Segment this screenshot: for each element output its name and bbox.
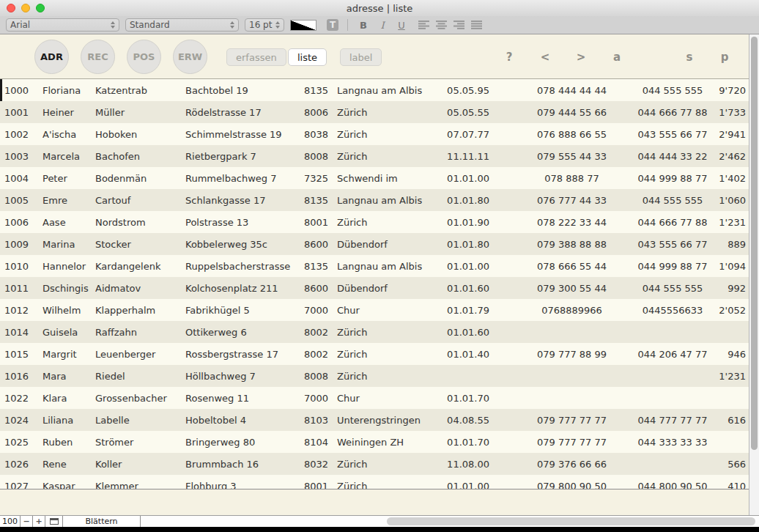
cell-phone-mobile[interactable]: 079 376 66 66 <box>489 459 632 470</box>
font-size-stepper[interactable]: 16 pt <box>245 18 284 32</box>
table-row[interactable]: 1002A'ischaHobokenSchimmelstrasse 198038… <box>0 123 749 145</box>
cell-street[interactable]: Bringerweg 80 <box>185 437 304 448</box>
cell-date[interactable]: 01.01.80 <box>440 239 489 250</box>
next-record-button[interactable]: > <box>572 51 590 64</box>
cell-last-name[interactable]: Müller <box>95 107 185 118</box>
table-row[interactable]: 1014GuiselaRaffzahnOttikerweg 68002Züric… <box>0 321 749 343</box>
cell-first-name[interactable]: Peter <box>42 173 95 184</box>
cell-amount[interactable]: 616 <box>713 415 749 426</box>
cell-phone-mobile[interactable]: 076 888 66 55 <box>489 129 632 140</box>
cell-phone-fixed[interactable]: 044 999 88 77 <box>632 261 713 272</box>
table-row[interactable]: 1011DschingisAidmatovKolchosenplatz 2118… <box>0 277 749 299</box>
table-row[interactable]: 1005EmreCartoufSchlankgasse 178135Langna… <box>0 189 749 211</box>
cell-id[interactable]: 1026 <box>4 459 42 470</box>
cell-street[interactable]: Ottikerweg 6 <box>185 327 304 338</box>
cell-id[interactable]: 1001 <box>4 107 42 118</box>
cell-phone-mobile[interactable]: 078 888 77 <box>489 173 632 184</box>
cell-first-name[interactable]: Heiner <box>42 107 95 118</box>
table-row[interactable]: 1012WilhelmKlapperhalmFabrikhügel 57000C… <box>0 299 749 321</box>
table-row[interactable]: 1024LilianaLabelleHobeltobel 48103Untere… <box>0 409 749 431</box>
cell-first-name[interactable]: Marina <box>42 239 95 250</box>
cell-amount[interactable]: 1'060 <box>713 195 749 206</box>
cell-last-name[interactable]: Grossenbacher <box>95 393 185 404</box>
table-row[interactable]: 1001HeinerMüllerRödelstrasse 178006Züric… <box>0 101 749 123</box>
cell-date[interactable]: 01.01.00 <box>440 261 489 272</box>
table-row[interactable]: 1027KasparKlemmerFlohburg 38001Zürich01.… <box>0 475 749 489</box>
align-center-icon[interactable] <box>436 21 447 29</box>
cell-zip[interactable]: 8135 <box>304 261 337 272</box>
cell-city[interactable]: Dübendorf <box>337 239 440 250</box>
previous-record-button[interactable]: < <box>536 51 554 64</box>
cell-zip[interactable]: 8600 <box>304 239 337 250</box>
cell-city[interactable]: Zürich <box>337 107 440 118</box>
cell-first-name[interactable]: Floriana <box>42 85 95 96</box>
cell-date[interactable]: 01.01.80 <box>440 195 489 206</box>
cell-city[interactable]: Chur <box>337 305 440 316</box>
cell-last-name[interactable]: Klapperhalm <box>95 305 185 316</box>
cell-last-name[interactable]: Stocker <box>95 239 185 250</box>
cell-phone-fixed[interactable]: 0445556633 <box>632 305 713 316</box>
cell-date[interactable]: 11.08.00 <box>440 459 489 470</box>
cell-street[interactable]: Rummelbachweg 7 <box>185 173 304 184</box>
cell-zip[interactable]: 8032 <box>304 459 337 470</box>
cell-street[interactable]: Polstrasse 13 <box>185 217 304 228</box>
cell-amount[interactable]: 9'720 <box>713 85 749 96</box>
cell-phone-mobile[interactable]: 079 388 88 88 <box>489 239 632 250</box>
cell-amount[interactable]: 2'941 <box>713 129 749 140</box>
cell-phone-mobile[interactable]: 079 777 77 77 <box>489 437 632 448</box>
liste-button[interactable]: liste <box>288 48 327 66</box>
cell-amount[interactable]: 1'094 <box>713 261 749 272</box>
cell-amount[interactable]: 566 <box>713 459 749 470</box>
cell-city[interactable]: Zürich <box>337 151 440 162</box>
cell-first-name[interactable]: Klara <box>42 393 95 404</box>
cell-id[interactable]: 1025 <box>4 437 42 448</box>
cell-date[interactable]: 01.01.70 <box>440 393 489 404</box>
cell-first-name[interactable]: Mara <box>42 371 95 382</box>
cell-id[interactable]: 1016 <box>4 371 42 382</box>
cell-phone-fixed[interactable]: 044 555 555 <box>632 195 713 206</box>
cell-id[interactable]: 1003 <box>4 151 42 162</box>
cell-amount[interactable]: 2'462 <box>713 151 749 162</box>
cell-date[interactable]: 01.01.70 <box>440 437 489 448</box>
paragraph-style-select[interactable]: Standard <box>125 18 239 32</box>
cell-phone-fixed[interactable]: 044 666 77 88 <box>632 107 713 118</box>
cell-amount[interactable]: 410 <box>713 481 749 489</box>
cell-id[interactable]: 1005 <box>4 195 42 206</box>
cell-amount[interactable]: 1'231 <box>713 371 749 382</box>
table-row[interactable]: 1025RubenStrömerBringerweg 808104Weining… <box>0 431 749 453</box>
cell-street[interactable]: Brummbach 16 <box>185 459 304 470</box>
cell-last-name[interactable]: Bachofen <box>95 151 185 162</box>
cell-street[interactable]: Fabrikhügel 5 <box>185 305 304 316</box>
cell-street[interactable]: Rietbergpark 7 <box>185 151 304 162</box>
align-right-icon[interactable] <box>453 21 464 29</box>
cell-city[interactable]: Dübendorf <box>337 283 440 294</box>
cell-phone-fixed[interactable]: 044 206 47 77 <box>632 349 713 360</box>
cell-city[interactable]: Schwendi im <box>337 173 440 184</box>
cell-id[interactable]: 1004 <box>4 173 42 184</box>
cell-date[interactable]: 11.11.11 <box>440 151 489 162</box>
cell-id[interactable]: 1006 <box>4 217 42 228</box>
align-left-icon[interactable] <box>418 21 429 29</box>
table-row[interactable]: 1000FlorianaKatzentrabBachtobel 198135La… <box>0 79 749 101</box>
cell-phone-mobile[interactable]: 078 444 44 44 <box>489 85 632 96</box>
table-row[interactable]: 1009MarinaStockerKobbelerweg 35c8600Dübe… <box>0 233 749 255</box>
cell-phone-fixed[interactable]: 044 800 90 50 <box>632 481 713 489</box>
cell-city[interactable]: Langnau am Albis <box>337 261 440 272</box>
table-row[interactable]: 1026ReneKollerBrummbach 168032Zürich11.0… <box>0 453 749 475</box>
cell-city[interactable]: Zürich <box>337 349 440 360</box>
cell-zip[interactable]: 8008 <box>304 371 337 382</box>
cell-city[interactable]: Zürich <box>337 129 440 140</box>
cell-date[interactable]: 01.01.40 <box>440 349 489 360</box>
cell-phone-fixed[interactable]: 043 555 66 77 <box>632 129 713 140</box>
cell-street[interactable]: Rosenweg 11 <box>185 393 304 404</box>
cell-phone-fixed[interactable]: 044 999 88 77 <box>632 173 713 184</box>
cell-id[interactable]: 1022 <box>4 393 42 404</box>
cell-date[interactable]: 01.01.90 <box>440 217 489 228</box>
cell-phone-fixed[interactable]: 043 555 66 77 <box>632 239 713 250</box>
cell-street[interactable]: Kolchosenplatz 211 <box>185 283 304 294</box>
cell-id[interactable]: 1015 <box>4 349 42 360</box>
cell-id[interactable]: 1027 <box>4 481 42 489</box>
cell-city[interactable]: Weiningen ZH <box>337 437 440 448</box>
cell-last-name[interactable]: Hoboken <box>95 129 185 140</box>
cell-zip[interactable]: 8135 <box>304 195 337 206</box>
